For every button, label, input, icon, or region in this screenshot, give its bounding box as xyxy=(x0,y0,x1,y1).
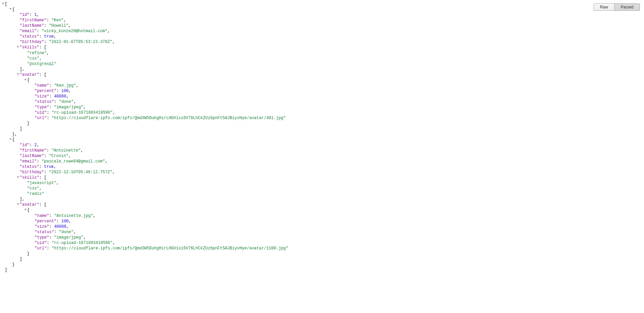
toggle-icon[interactable]: ▼ xyxy=(24,77,27,83)
parsed-button[interactable]: Parsed xyxy=(614,3,640,11)
json-tree: ▼[▼{"id": 1,"firstName": "Ken","lastName… xyxy=(0,1,644,273)
toggle-icon[interactable]: ▼ xyxy=(9,137,12,142)
toggle-icon[interactable]: ▼ xyxy=(16,44,20,50)
toggle-icon[interactable]: ▼ xyxy=(9,6,12,12)
toggle-icon[interactable]: ▼ xyxy=(1,1,5,6)
view-toggle: Raw Parsed xyxy=(594,3,640,11)
toggle-icon[interactable]: ▼ xyxy=(24,207,27,213)
toggle-icon[interactable]: ▼ xyxy=(16,72,20,77)
toggle-icon[interactable]: ▼ xyxy=(16,175,20,180)
raw-button[interactable]: Raw xyxy=(594,3,614,11)
toggle-icon[interactable]: ▼ xyxy=(16,202,20,207)
